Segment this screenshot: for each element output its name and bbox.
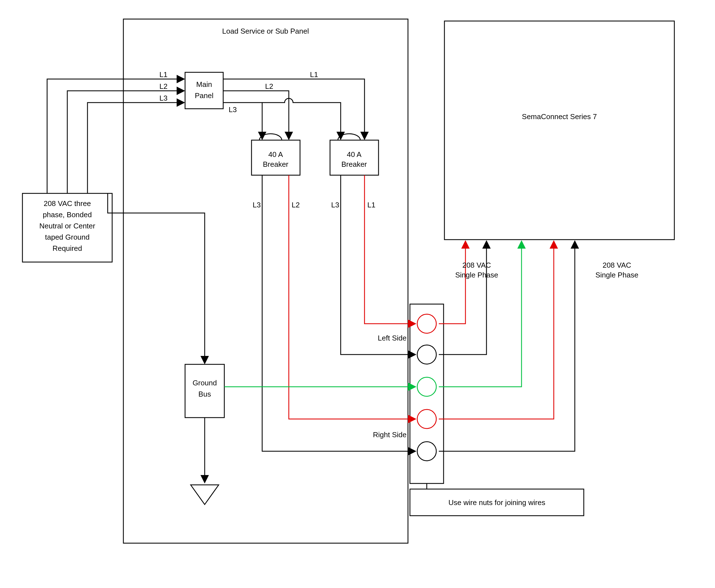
sema-title: SemaConnect Series 7 <box>522 112 597 121</box>
label-b1-L3: L3 <box>253 201 261 209</box>
b2-L1-wire <box>365 175 415 324</box>
label-L2-out: L2 <box>265 82 273 90</box>
b1-L3-wire <box>262 175 415 451</box>
source-line1: 208 VAC three <box>44 199 91 208</box>
nut1-to-sema <box>439 241 466 324</box>
wire-ground-in <box>108 193 205 363</box>
phase2-line1: 208 VAC <box>602 261 631 269</box>
sub-panel-title: Load Service or Sub Panel <box>222 27 309 35</box>
main-panel-line2: Panel <box>195 91 214 100</box>
wire-L3-out-b <box>262 98 341 139</box>
source-line3: Neutral or Center <box>39 222 95 230</box>
nut-4 <box>417 410 436 428</box>
wiring-diagram: Load Service or Sub Panel 208 VAC three … <box>0 0 715 588</box>
wire-L2-out <box>223 91 289 139</box>
phase2-line2: Single Phase <box>595 271 638 279</box>
b2-L3-wire <box>341 175 415 355</box>
source-line5: Required <box>53 244 82 253</box>
phase1-line1: 208 VAC <box>462 261 491 269</box>
label-L3-out: L3 <box>229 105 237 114</box>
label-b2-L1: L1 <box>367 201 375 209</box>
label-L1-in: L1 <box>160 70 168 79</box>
breaker1-line1: 40 A <box>268 150 283 159</box>
main-panel-line1: Main <box>196 80 212 88</box>
label-L1-out: L1 <box>310 70 318 79</box>
earth-icon <box>191 485 219 504</box>
wire-L2-in <box>67 91 184 193</box>
nut2-to-sema <box>439 241 487 355</box>
wire-nut-box <box>410 304 444 483</box>
label-left-side: Left Side <box>378 334 407 342</box>
b1-L2-wire <box>289 175 415 419</box>
breaker2-line2: Breaker <box>341 160 367 168</box>
label-L2-in: L2 <box>160 82 168 90</box>
wire-nuts-note: Use wire nuts for joining wires <box>448 498 545 507</box>
sema-box <box>445 21 674 239</box>
main-panel-box <box>185 72 223 109</box>
nut-3 <box>417 377 436 396</box>
label-L3-in: L3 <box>160 94 168 102</box>
nut-5 <box>417 442 436 461</box>
nut4-to-sema <box>439 241 554 419</box>
nut-1 <box>417 314 436 333</box>
wire-L3-in <box>87 103 184 193</box>
breaker1-line2: Breaker <box>263 160 288 168</box>
label-b2-L3: L3 <box>331 201 339 209</box>
source-line2: phase, Bonded <box>43 210 92 219</box>
ground-bus-line1: Ground <box>192 379 217 387</box>
source-line4: taped Ground <box>45 233 89 241</box>
label-b1-L2: L2 <box>292 201 300 209</box>
nut-2 <box>417 345 436 364</box>
breaker2-line1: 40 A <box>347 150 362 159</box>
ground-bus-line2: Bus <box>199 390 211 398</box>
wire-L1-out <box>223 79 365 139</box>
phase1-line2: Single Phase <box>455 271 498 279</box>
label-right-side: Right Side <box>373 430 407 439</box>
